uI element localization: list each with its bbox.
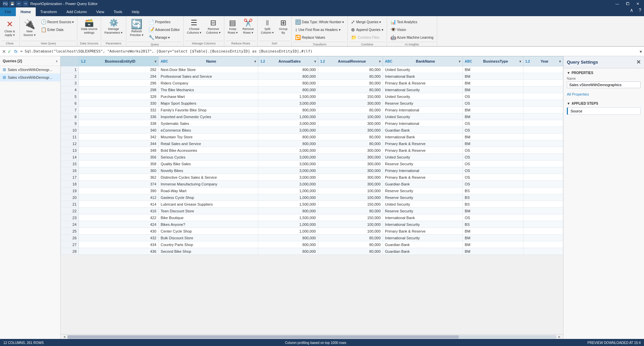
tab-add-column[interactable]: Add Column — [62, 7, 92, 16]
cell-businesstype: BM — [462, 113, 523, 120]
text-analytics-label: Text Analytics — [397, 20, 418, 24]
cell-annualrevenue: 300,000 — [318, 181, 383, 187]
save-icon[interactable]: 💾 — [9, 1, 15, 6]
col-filter-businesstype[interactable]: ▾ — [519, 60, 521, 63]
help-icon[interactable]: ? — [636, 7, 644, 16]
table-row: 10 340 eCommerce Bikes 3,000,000 300,000… — [61, 127, 563, 134]
col-header-annualsales[interactable]: 1.2 AnnualSales ▾ — [258, 57, 318, 66]
row-num-cell: 13 — [61, 147, 79, 154]
manage-button[interactable]: 🔧 Manage ▾ — [147, 34, 182, 41]
undo-icon[interactable]: ↩ — [16, 1, 22, 6]
query-item-1[interactable]: ⊞ Sales vStoreWithDemogr... — [0, 66, 60, 74]
vision-button[interactable]: 👁️ Vision — [388, 26, 436, 33]
remove-rows-button[interactable]: ✂️ RemoveRows ▾ — [240, 18, 256, 36]
group-query-items: 🔄 RefreshPreview ▾ 📄 Properties 📝 Advanc… — [128, 18, 182, 41]
confirm-formula-icon[interactable]: ✓ — [7, 49, 11, 54]
properties-button[interactable]: 📄 Properties — [147, 18, 182, 26]
query-name-input[interactable] — [567, 81, 641, 88]
query-settings-close-icon[interactable]: ✕ — [636, 59, 641, 65]
cell-businessentityid: 294 — [79, 73, 159, 80]
col-header-year[interactable]: 1.2 Year ▾ — [523, 57, 563, 66]
keep-rows-button[interactable]: ▤ KeepRows ▾ — [226, 18, 240, 36]
fx-label: fx — [13, 49, 19, 54]
tab-file[interactable]: File — [0, 7, 16, 16]
row-num-cell: 28 — [61, 248, 79, 255]
cell-name: Systematic Sales — [159, 120, 258, 127]
append-queries-button[interactable]: ⊕ Append Queries ▾ — [349, 26, 385, 33]
cell-businesstype: OS — [462, 161, 523, 167]
col-filter-bankname[interactable]: ▾ — [459, 60, 460, 63]
choose-columns-button[interactable]: ☰ ChooseColumns ▾ — [185, 18, 203, 36]
use-first-row-button[interactable]: ↕ Use First Row as Headers ▾ — [293, 26, 346, 33]
tab-transform[interactable]: Transform — [36, 7, 62, 16]
cell-businessentityid: 330 — [79, 100, 159, 107]
col-header-bankname[interactable]: ABC BankName ▾ — [383, 57, 463, 66]
table-row: 16 360 Novelty Bikes 3,000,000 300,000 P… — [61, 167, 563, 174]
close-apply-button[interactable]: ✕ Close &Apply ▾ — [1, 18, 18, 38]
remove-columns-icon: ⊟ — [210, 19, 216, 27]
col-header-annualrevenue[interactable]: 1.2 AnnualRevenue ▾ — [318, 57, 383, 66]
tab-view[interactable]: View — [92, 7, 109, 16]
text-analytics-button[interactable]: 📊 Text Analytics — [388, 18, 436, 26]
col-header-businessentityid[interactable]: 1.2 BusinessEntityID ▾ — [79, 57, 159, 66]
cell-year — [523, 86, 563, 93]
advanced-editor-button[interactable]: 📝 Advanced Editor — [147, 26, 182, 33]
tab-help[interactable]: Help — [127, 7, 144, 16]
replace-values-button[interactable]: 🔁 Replace Values — [293, 34, 346, 41]
minimize-btn[interactable]: — — [613, 2, 621, 6]
tab-home[interactable]: Home — [16, 7, 36, 16]
col-filter-year[interactable]: ▾ — [559, 60, 561, 63]
formula-input[interactable]: = Sql.Database("localhost\SQLEXPRESS", "… — [20, 49, 638, 54]
new-source-button[interactable]: 🔌 NewSource ▾ — [21, 18, 38, 38]
table-row: 13 348 Bold Bike Accessories 3,000,000 3… — [61, 147, 563, 154]
col-header-name[interactable]: ABC Name ▾ — [159, 57, 258, 66]
manage-icon: 🔧 — [149, 35, 154, 40]
applied-steps-label: APPLIED STEPS — [572, 102, 598, 105]
group-by-button[interactable]: ⊞ GroupBy — [277, 18, 290, 36]
queries-header: Queries [2] ‹ — [0, 56, 60, 66]
queries-collapse-icon[interactable]: ‹ — [56, 58, 58, 64]
redo-icon[interactable]: ↪ — [23, 1, 28, 6]
close-btn[interactable]: ✕ — [634, 2, 641, 6]
cell-annualrevenue: 300,000 — [318, 100, 383, 107]
remove-columns-button[interactable]: ⊟ RemoveColumns ▾ — [204, 18, 223, 36]
data-grid-container[interactable]: 1.2 BusinessEntityID ▾ ABC Name ▾ — [61, 56, 563, 334]
tab-tools[interactable]: Tools — [109, 7, 127, 16]
formula-expand-icon[interactable]: ▾ — [640, 49, 642, 54]
cell-name: Imported and Domestic Cycles — [159, 113, 258, 120]
applied-step-source[interactable]: Source — [567, 107, 641, 115]
col-filter-businessentityid[interactable]: ▾ — [155, 60, 156, 63]
manage-label: Manage ▾ — [155, 36, 170, 39]
data-source-settings-button[interactable]: 🗃️ Data sourcesettings — [79, 18, 99, 36]
cell-name: Bikes Anyone? — [159, 221, 258, 228]
group-data-sources-label: Data Sources — [79, 41, 99, 46]
azure-ml-button[interactable]: 🤖 Azure Machine Learning — [388, 34, 436, 41]
cell-businesstype: OS — [462, 127, 523, 134]
data-type-button[interactable]: 🔢 Data Type: Whole Number ▾ — [293, 18, 346, 26]
query-item-2[interactable]: ⊞ Sales vStoreWithDemogr... — [0, 74, 60, 81]
cancel-formula-icon[interactable]: ✕ — [2, 49, 6, 54]
maximize-btn[interactable]: ⧠ — [624, 2, 632, 6]
enter-data-button[interactable]: 📋 Enter Data — [39, 26, 76, 33]
data-type-icon: 🔢 — [295, 19, 301, 25]
all-properties-link[interactable]: All Properties — [567, 92, 589, 96]
ribbon-content: ✕ Close &Apply ▾ Close 🔌 NewSource ▾ 🕒 R… — [0, 16, 644, 46]
recent-sources-button[interactable]: 🕒 Recent Sources ▾ — [39, 18, 76, 26]
merge-queries-button[interactable]: ⤢ Merge Queries ▾ — [349, 18, 385, 26]
query-vertical-group: 🕒 Recent Sources ▾ 📋 Enter Data — [39, 18, 76, 33]
ribbon-collapse-btn[interactable]: ∧ — [627, 7, 636, 16]
data-grid: 1.2 BusinessEntityID ▾ ABC Name ▾ — [61, 56, 563, 255]
split-column-button[interactable]: ⫴ SplitColumn ▾ — [259, 18, 276, 36]
col-filter-annualrevenue[interactable]: ▾ — [379, 60, 381, 63]
cell-name: Immense Manufacturing Company — [159, 181, 258, 187]
combine-files-button[interactable]: 📁 Combine Files — [349, 34, 385, 41]
col-filter-name[interactable]: ▾ — [254, 60, 256, 63]
horizontal-scrollbar[interactable]: ◄ ► — [61, 334, 563, 339]
col-filter-annualsales[interactable]: ▾ — [314, 60, 316, 63]
cell-name: Novelty Bikes — [159, 167, 258, 174]
col-header-businesstype[interactable]: ABC BusinessType ▾ — [462, 57, 523, 66]
col-type-bankname: ABC — [385, 60, 392, 63]
manage-parameters-button[interactable]: ⚙️ ManageParameters ▾ — [102, 18, 125, 36]
cell-name: Road-Way Mart — [159, 187, 258, 194]
refresh-preview-button[interactable]: 🔄 RefreshPreview ▾ — [128, 18, 146, 38]
